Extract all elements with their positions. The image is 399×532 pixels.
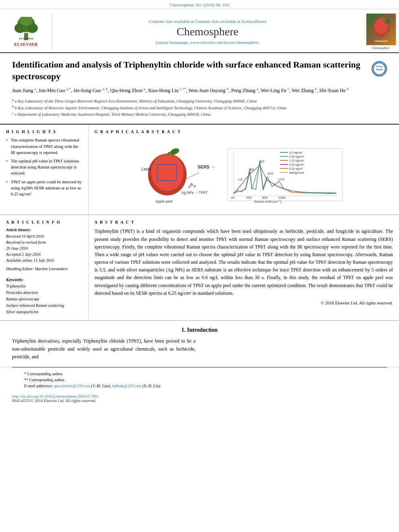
- crossmark-badge[interactable]: Cross Mark: [372, 61, 387, 76]
- svg-text:997: 997: [260, 160, 265, 163]
- article-title: Identification and analysis of Triphenyl…: [12, 59, 387, 82]
- science-direct-link[interactable]: Contents lists available at Contents lis…: [149, 19, 267, 24]
- cover-image: Chemosphere: [366, 13, 396, 45]
- journal-homepage[interactable]: journal homepage: www.elsevier.com/locat…: [156, 40, 259, 45]
- keyword-1: Triphenyltin: [6, 283, 82, 290]
- svg-line-26: [187, 173, 200, 179]
- doi-text: http://dx.doi.org/10.1016/j.chemosphere.…: [12, 394, 98, 398]
- svg-text:400: 400: [246, 196, 252, 199]
- svg-point-22: [193, 185, 196, 187]
- svg-text:0.25 ng/cm²: 0.25 ng/cm²: [289, 163, 304, 166]
- email-label: E-mail addresses:: [24, 384, 54, 388]
- highlight-item-1: The complete Raman spectra vibrational c…: [6, 137, 82, 156]
- email-2-link[interactable]: bdhsda@163.com: [112, 384, 141, 388]
- svg-text:6.25 ng/m²: 6.25 ng/m²: [289, 167, 303, 170]
- article-info-abstract-row: A R T I C L E I N F O Article history: R…: [0, 215, 399, 320]
- graphical-abstract-panel: G R A P H I C A L A B S T R A C T Laser …: [88, 125, 399, 214]
- intro-header: 1. Introduction: [12, 327, 387, 333]
- svg-text:SERS →: SERS →: [197, 164, 215, 169]
- handling-editor: Handling Editor: Martine Leermakers: [6, 267, 82, 271]
- svg-text:ELSEVIER: ELSEVIER: [19, 37, 33, 40]
- top-bar: Chemosphere 161 (2016) 96–103: [0, 0, 399, 9]
- footnote-emails: E-mail addresses: gao-junmin@126.com (J.…: [24, 383, 375, 389]
- introduction-section: 1. Introduction Triphenyltin derivatives…: [0, 321, 399, 367]
- received-revised-date: Received in revised form29 June 2016: [6, 239, 82, 251]
- elsevier-brand-text: ELSEVIER: [14, 42, 38, 47]
- article-info-panel: A R T I C L E I N F O Article history: R…: [0, 215, 88, 320]
- highlight-item-3: TPhT on apple peels could be detected by…: [6, 179, 82, 197]
- graphical-abstract-heading: G R A P H I C A L A B S T R A C T: [95, 129, 393, 134]
- affiliations-block: a a Key Laboratory of the Three Gorges R…: [12, 98, 387, 117]
- svg-text:114: 114: [238, 178, 243, 181]
- footnote-corresponding-1: * Corresponding author.: [24, 371, 375, 377]
- svg-text:Cross: Cross: [376, 65, 383, 68]
- keywords-group: Keywords: Triphenyltin Pesticides detect…: [6, 277, 82, 315]
- homepage-link: journal homepage: www.elsevier.com/locat…: [156, 40, 259, 45]
- journal-citation: Chemosphere 161 (2016) 96–103: [170, 2, 229, 7]
- accepted-date: Accepted 2 July 2016: [6, 251, 82, 257]
- doi-link[interactable]: http://dx.doi.org/10.1016/j.chemosphere.…: [12, 394, 387, 398]
- email-2-name: (X.-H. Liu).: [142, 384, 161, 388]
- abstract-heading: A B S T R A C T: [95, 220, 393, 224]
- highlights-list: The complete Raman spectra vibrational c…: [6, 137, 82, 197]
- abstract-panel: A B S T R A C T Triphenyltin (TPhT) is a…: [88, 215, 399, 320]
- footnote-corresponding-2: ** Corresponding author.: [24, 377, 375, 383]
- intro-columns: Triphenyltin derivatives, especially Tri…: [12, 337, 387, 361]
- footnotes-section: * Corresponding author. ** Corresponding…: [12, 367, 387, 392]
- cover-label: Chemosphere: [372, 46, 390, 50]
- intro-text: Triphenyltin derivatives, especially Tri…: [12, 337, 195, 361]
- svg-text:1025: 1025: [267, 172, 274, 175]
- keyword-3: Raman spectroscopy: [6, 296, 82, 302]
- highlights-graphical-row: H I G H L I G H T S The complete Raman s…: [0, 125, 399, 215]
- email-1-name: (J.-M. Gao),: [91, 384, 111, 388]
- highlights-heading: H I G H L I G H T S: [6, 129, 82, 134]
- svg-point-23: [188, 186, 191, 188]
- intro-col-right: [204, 337, 387, 361]
- journal-header: ELSEVIER ELSEVIER Contents lists availab…: [0, 9, 399, 53]
- received-date: Received 19 April 2016: [6, 233, 82, 239]
- keyword-4: Surface enhanced Raman scattering: [6, 302, 82, 309]
- article-history-title: Article history:: [6, 228, 82, 232]
- elsevier-logo-block: ELSEVIER ELSEVIER: [0, 13, 52, 50]
- email-1-link[interactable]: gao-junmin@126.com: [54, 384, 90, 388]
- affiliation-c: c c Department of Laboratory Medicine, S…: [12, 111, 387, 117]
- graphical-abstract-diagram: Laser SERS → Ag NPs → TPhT Apple peel: [95, 137, 393, 210]
- ga-svg: Laser SERS → Ag NPs → TPhT Apple peel: [139, 140, 348, 207]
- available-online-date: Available online 13 July 2016: [6, 257, 82, 263]
- intro-section-num: 1.: [181, 327, 186, 333]
- svg-text:Ag NPs →: Ag NPs →: [181, 191, 198, 195]
- svg-text:1200: 1200: [278, 196, 286, 199]
- issn-notice: 0045-6535/© 2016 Elsevier Ltd. All right…: [12, 398, 387, 403]
- journal-info-block: Contents lists available at Contents lis…: [52, 13, 363, 50]
- copyright-notice: © 2016 Elsevier Ltd. All rights reserved…: [95, 300, 393, 305]
- svg-point-15: [151, 154, 183, 191]
- journal-title: Chemosphere: [177, 25, 239, 38]
- intro-section-title: Introduction: [187, 327, 218, 333]
- svg-text:3.3 ng/cm²: 3.3 ng/cm²: [289, 151, 303, 154]
- svg-text:1.25 ng/cm²: 1.25 ng/cm²: [289, 159, 304, 162]
- highlights-panel: H I G H L I G H T S The complete Raman s…: [0, 125, 88, 214]
- svg-point-21: [190, 183, 193, 186]
- science-direct-text: Contents lists available at ScienceDirec…: [195, 19, 266, 24]
- svg-text:1775: 1775: [278, 178, 284, 181]
- svg-text:Chemosphere: Chemosphere: [374, 40, 388, 42]
- keywords-title: Keywords:: [6, 277, 82, 282]
- article-header: Cross Mark Identification and analysis o…: [0, 53, 399, 124]
- affiliation-b: b b Key Laboratory of Reservoir Aquatic …: [12, 105, 387, 111]
- svg-text:800: 800: [262, 196, 268, 199]
- svg-text:Raman shift (cm⁻¹): Raman shift (cm⁻¹): [254, 200, 282, 203]
- authors-line: Juan Jiang a, Jun-Min Gao a,*, Jin-Song …: [12, 86, 387, 94]
- abstract-text: Triphenyltin (TPhT) is a kind of organot…: [95, 228, 393, 297]
- svg-text:Mark: Mark: [376, 68, 383, 71]
- keyword-2: Pesticides detection: [6, 290, 82, 296]
- svg-text:Laser: Laser: [141, 167, 152, 171]
- affiliation-a: a a Key Laboratory of the Three Gorges R…: [12, 98, 387, 104]
- elsevier-tree-icon: ELSEVIER: [10, 17, 42, 41]
- svg-text:0.44 ng/cm²: 0.44 ng/cm²: [289, 155, 304, 158]
- doi-section: http://dx.doi.org/10.1016/j.chemosphere.…: [0, 392, 399, 406]
- svg-text:40: 40: [231, 196, 234, 199]
- article-history-group: Article history: Received 19 April 2016 …: [6, 228, 82, 263]
- svg-text:Apple peel: Apple peel: [155, 199, 173, 203]
- svg-text:TPhT: TPhT: [199, 191, 208, 195]
- highlight-item-2: The optimal pH value in TPhT solutions d…: [6, 158, 82, 177]
